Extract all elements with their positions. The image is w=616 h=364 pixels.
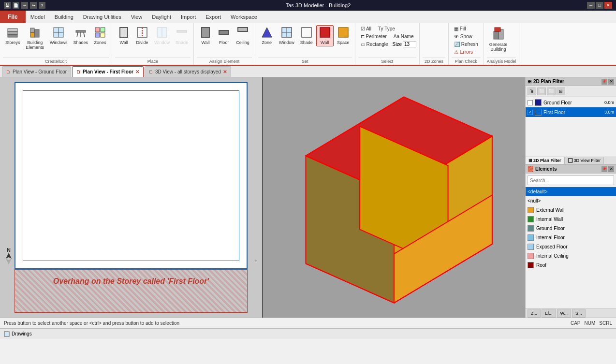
element-color-ground-floor	[528, 225, 534, 232]
bottom-tab-z[interactable]: Z...	[528, 309, 541, 318]
element-row-roof[interactable]: Roof	[526, 261, 616, 270]
place-label: Place	[115, 58, 191, 64]
filter-panel-titlebar: ⊞ 2D Plan Filter 📌 ✕	[526, 77, 616, 86]
maximize-btn[interactable]: □	[596, 2, 603, 9]
status-right: CAP NUM SCRL	[571, 320, 612, 326]
tab-plan-first[interactable]: 🗋 Plan View - First Floor ✕	[72, 66, 144, 77]
element-color-internal-wall	[528, 216, 534, 222]
filter-row-ground[interactable]: Ground Floor 0.0m	[526, 98, 616, 107]
shades-btn[interactable]: Shades	[71, 25, 91, 46]
building-elements-btn[interactable]: BuildingElements	[24, 25, 47, 51]
element-row-default[interactable]: <default>	[526, 187, 616, 196]
view-3d-panel[interactable]	[263, 77, 525, 318]
filter-panel-close[interactable]: ✕	[608, 79, 614, 85]
2d-zones-label: 2D Zones	[423, 58, 445, 64]
element-row-internal-wall[interactable]: Internal Wall	[526, 215, 616, 224]
menu-daylight[interactable]: Daylight	[147, 11, 176, 23]
svg-rect-13	[95, 28, 100, 32]
menu-building[interactable]: Building	[50, 11, 78, 23]
svg-line-12	[84, 32, 85, 37]
ribbon-group-plan-check: ▦ Fill 👁 Show 🔄 Refresh ⚠ Errors Plan Ch…	[449, 23, 484, 65]
svg-rect-30	[302, 28, 311, 37]
undo-icon[interactable]: ↩	[21, 2, 28, 9]
refresh-btn[interactable]: 🔄 Refresh	[452, 41, 481, 48]
filter-checkbox-first[interactable]: ✓	[528, 110, 533, 115]
menu-export[interactable]: Export	[201, 11, 226, 23]
filter-select-btn[interactable]: 🖱	[528, 87, 536, 95]
element-row-null[interactable]: <null>	[526, 196, 616, 205]
element-color-internal-floor	[528, 234, 534, 241]
shade-set-btn[interactable]: Shade	[298, 25, 315, 46]
filter-zoom-btn[interactable]: ⬜	[537, 87, 546, 95]
tab-plan-first-close[interactable]: ✕	[135, 69, 139, 74]
shade-place-icon	[176, 27, 188, 40]
bottom-tab-el[interactable]: El...	[542, 309, 556, 318]
tab-3d-view-filter[interactable]: 🔲 3D View Filter	[565, 157, 604, 164]
elements-panel-pin[interactable]: 📌	[601, 166, 607, 172]
fill-btn[interactable]: ▦ Fill	[452, 25, 469, 32]
element-row-internal-floor[interactable]: Internal Floor	[526, 233, 616, 242]
ribbon-group-set: Zone Window Shade Wall	[255, 23, 355, 65]
space-set-btn[interactable]: Space	[335, 25, 352, 46]
svg-rect-17	[120, 28, 128, 37]
menu-view[interactable]: View	[126, 11, 147, 23]
zones-btn[interactable]: Zones	[91, 25, 109, 46]
rectangle-btn[interactable]: ▭ Rectangle	[358, 41, 391, 48]
tab-3d-view[interactable]: 🗋 3D View - all storeys displayed ✕	[145, 66, 231, 77]
help-icon[interactable]: ?	[39, 2, 45, 9]
menu-drawing-utilities[interactable]: Drawing Utilities	[78, 11, 126, 23]
minimize-btn[interactable]: ─	[587, 2, 595, 9]
wall-assign-btn[interactable]: Wall	[197, 25, 214, 46]
type-btn[interactable]: Ty Type	[376, 25, 397, 32]
filter-checkbox-ground[interactable]	[528, 100, 533, 105]
element-row-external-wall[interactable]: External Wall	[526, 205, 616, 215]
elements-search-input[interactable]	[528, 175, 614, 185]
tab-3d-close[interactable]: ✕	[223, 69, 227, 74]
plan-canvas[interactable]	[15, 82, 248, 269]
size-input[interactable]	[403, 41, 416, 47]
element-row-exposed-floor[interactable]: Exposed Floor	[526, 242, 616, 251]
save-as-icon[interactable]: 📄	[13, 2, 19, 9]
filter-zoom2-btn[interactable]: ⬜	[547, 87, 556, 95]
floor-assign-btn[interactable]: Floor	[215, 25, 233, 46]
wall-place-btn[interactable]: Wall	[115, 25, 132, 46]
elements-panel-close[interactable]: ✕	[608, 166, 614, 172]
filter-layout-btn[interactable]: ⊟	[557, 87, 565, 95]
divide-btn[interactable]: Divide	[133, 25, 151, 46]
filter-panel-pin[interactable]: 📌	[601, 79, 607, 85]
north-arrow: N	[5, 247, 13, 264]
zone-set-btn[interactable]: Zone	[258, 25, 276, 46]
redo-icon[interactable]: ↪	[30, 2, 37, 9]
windows-btn[interactable]: Windows	[47, 25, 70, 46]
perimeter-btn[interactable]: ⊏ Perimeter	[358, 33, 389, 40]
bottom-tab-w[interactable]: W...	[557, 309, 572, 318]
close-btn[interactable]: ✕	[604, 2, 612, 9]
ceiling-assign-btn[interactable]: Ceiling	[234, 25, 252, 46]
storeys-btn[interactable]: Storeys	[3, 25, 23, 46]
name-btn[interactable]: Aa Name	[391, 33, 416, 40]
title-icons: 💾 📄 ↩ ↪ ?	[4, 2, 45, 9]
element-row-internal-ceiling[interactable]: Internal Ceiling	[526, 251, 616, 261]
errors-btn[interactable]: ⚠ Errors	[452, 48, 475, 56]
bottom-tab-s[interactable]: S...	[572, 309, 586, 318]
app-title: Tas 3D Modeller - Building2	[49, 2, 587, 8]
menu-file[interactable]: File	[0, 11, 26, 23]
all-btn[interactable]: ☑ All	[358, 25, 374, 32]
show-btn[interactable]: 👁 Show	[452, 33, 475, 40]
menu-import[interactable]: Import	[176, 11, 201, 23]
tab-2d-plan-filter[interactable]: ⊞ 2D Plan Filter	[526, 157, 565, 164]
element-row-ground-floor[interactable]: Ground Floor	[526, 224, 616, 233]
menu-workspace[interactable]: Workspace	[226, 11, 262, 23]
sidebar: ⊞ 2D Plan Filter 📌 ✕ 🖱 ⬜ ⬜ ⊟ Ground Floo…	[525, 77, 616, 318]
tab-plan-ground[interactable]: 🗋 Plan View - Ground Floor	[2, 66, 71, 77]
ribbon-group-place: Wall Divide Window Shade Place	[112, 23, 194, 65]
wall-set-btn[interactable]: Wall	[316, 25, 334, 46]
filter-row-first[interactable]: ✓ First Floor 3.0m	[526, 107, 616, 117]
save-icon[interactable]: 💾	[4, 2, 11, 9]
ribbon-group-create-edit: Storeys BuildingElements Windows Shades	[0, 23, 112, 65]
menu-model[interactable]: Model	[26, 11, 50, 23]
window-place-btn[interactable]: Window	[152, 25, 172, 46]
window-set-btn[interactable]: Window	[277, 25, 297, 46]
generate-building-btn[interactable]: GenerateBuilding	[487, 25, 510, 53]
shade-place-btn[interactable]: Shade	[173, 25, 191, 46]
